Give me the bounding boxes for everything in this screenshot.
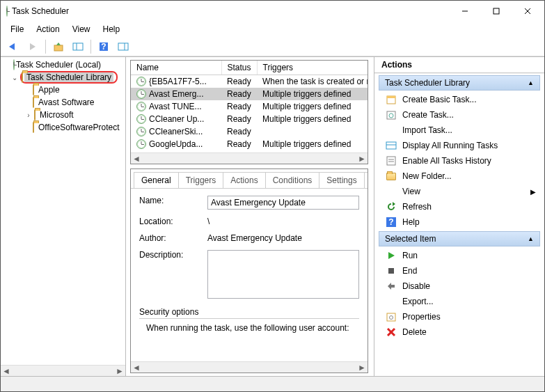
titlebar: Task Scheduler (1, 1, 544, 22)
col-name[interactable]: Name (131, 61, 221, 75)
actions-section-library[interactable]: Task Scheduler Library ▲ (379, 75, 540, 91)
end-icon (386, 265, 397, 276)
action-display-all-running-tasks[interactable]: Display All Running Tasks (379, 138, 540, 153)
task-row[interactable]: GoogleUpda...ReadyMultiple triggers defi… (131, 138, 368, 150)
action-new-folder[interactable]: New Folder... (379, 168, 540, 184)
col-triggers[interactable]: Triggers (257, 61, 368, 75)
svg-marker-4 (9, 43, 15, 50)
task-name: GoogleUpda... (149, 139, 203, 149)
task-trigger: Multiple triggers defined (257, 138, 368, 150)
layout-button[interactable] (115, 39, 132, 54)
action-label: Display All Running Tasks (402, 141, 536, 150)
minimize-button[interactable] (449, 1, 480, 21)
tree-library[interactable]: ⌄ Task Scheduler Library (1, 71, 125, 84)
svg-marker-7 (56, 42, 61, 45)
menu-action[interactable]: Action (31, 23, 65, 36)
input-name[interactable] (207, 196, 359, 210)
menu-view[interactable]: View (67, 23, 96, 36)
tree-child-apple[interactable]: Apple (1, 84, 125, 96)
tree-child-office[interactable]: OfficeSoftwareProtect (1, 121, 125, 134)
svg-rect-29 (387, 313, 395, 321)
tree-root[interactable]: Task Scheduler (Local) (1, 58, 125, 71)
tree-child-avast[interactable]: Avast Software (1, 96, 125, 109)
action-refresh[interactable]: Refresh (379, 199, 540, 214)
tab-settings[interactable]: Settings (319, 172, 364, 188)
task-status: Ready (221, 88, 257, 100)
tab-conditions[interactable]: Conditions (265, 172, 320, 188)
task-name: CCleaner Up... (149, 114, 204, 124)
action-label: Enable All Tasks History (402, 156, 536, 166)
action-run[interactable]: Run (379, 248, 540, 263)
task-trigger (257, 125, 368, 138)
action-import-task[interactable]: Import Task... (379, 123, 540, 138)
back-button[interactable] (5, 39, 22, 54)
task-row[interactable]: {EB5A17F7-5...ReadyWhen the task is crea… (131, 75, 368, 88)
svg-rect-1 (493, 8, 499, 14)
tab-actions[interactable]: Actions (223, 172, 265, 188)
tree-hscroll[interactable]: ◄► (1, 365, 125, 376)
tab-general[interactable]: General (134, 172, 179, 189)
action-help[interactable]: ?Help (379, 214, 540, 230)
task-name: Avast TUNE... (149, 102, 202, 111)
chevron-down-icon[interactable]: ⌄ (10, 74, 19, 81)
maximize-button[interactable] (480, 1, 512, 21)
task-status: Ready (221, 100, 257, 113)
task-row[interactable]: CCleaner Up...ReadyMultiple triggers def… (131, 113, 368, 125)
section-label: Task Scheduler Library (385, 78, 470, 88)
tree-root-label: Task Scheduler (Local) (16, 60, 101, 70)
details-hscroll[interactable]: ◄► (131, 361, 368, 373)
help-toolbar-button[interactable]: ? (95, 39, 112, 54)
svg-text:?: ? (101, 42, 106, 52)
action-label: Import Task... (402, 125, 536, 135)
action-disable[interactable]: Disable (379, 279, 540, 294)
forward-button[interactable] (24, 39, 41, 54)
col-status[interactable]: Status (221, 61, 257, 75)
security-group-label: Security options (139, 307, 359, 317)
tasklist-hscroll[interactable]: ◄► (131, 152, 368, 164)
action-enable-all-tasks-history[interactable]: Enable All Tasks History (379, 153, 540, 168)
action-create-task[interactable]: Create Task... (379, 107, 540, 123)
action-view[interactable]: View▶ (379, 184, 540, 199)
panes-button[interactable] (70, 39, 86, 54)
folder-icon (34, 110, 35, 120)
action-label: Create Task... (402, 110, 536, 120)
action-export[interactable]: Export... (379, 294, 540, 309)
label-author: Author: (139, 233, 202, 243)
action-label: Disable (402, 281, 536, 291)
action-properties[interactable]: Properties (379, 309, 540, 324)
window-title: Task Scheduler (12, 6, 69, 16)
tree: Task Scheduler (Local) ⌄ Task Scheduler … (1, 57, 125, 365)
svg-rect-6 (54, 45, 63, 51)
tab-h[interactable]: H (364, 172, 368, 188)
action-create-basic-task[interactable]: Create Basic Task... (379, 92, 540, 107)
action-end[interactable]: End (379, 263, 540, 279)
menu-file[interactable]: File (5, 23, 29, 36)
chevron-right-icon[interactable]: › (24, 111, 33, 119)
action-delete[interactable]: Delete (379, 324, 540, 340)
task-icon (136, 89, 146, 99)
actions-section-selected[interactable]: Selected Item ▲ (379, 231, 540, 246)
task-row[interactable]: Avast Emerg...ReadyMultiple triggers def… (131, 88, 368, 100)
action-label: View (402, 187, 525, 196)
statusbar (1, 376, 544, 391)
close-button[interactable] (512, 1, 543, 21)
new-folder-icon (386, 171, 397, 182)
help-icon: ? (386, 217, 397, 228)
action-label: Run (402, 251, 536, 260)
up-button[interactable] (50, 39, 67, 54)
task-row[interactable]: CCleanerSki...Ready (131, 125, 368, 138)
svg-rect-20 (387, 157, 395, 165)
action-label: Refresh (402, 202, 536, 212)
task-row[interactable]: Avast TUNE...ReadyMultiple triggers defi… (131, 100, 368, 113)
action-label: Properties (402, 312, 536, 322)
folder-icon (33, 123, 34, 132)
menu-help[interactable]: Help (97, 23, 126, 36)
tab-triggers[interactable]: Triggers (178, 172, 224, 188)
svg-marker-26 (388, 252, 395, 259)
app-icon (6, 6, 8, 16)
tree-child-microsoft[interactable]: ›Microsoft (1, 109, 125, 121)
tree-child-label: Microsoft (40, 110, 74, 120)
actions-pane: Actions Task Scheduler Library ▲ Create … (374, 57, 544, 376)
input-description[interactable] (207, 250, 359, 299)
delete-icon (386, 327, 397, 338)
